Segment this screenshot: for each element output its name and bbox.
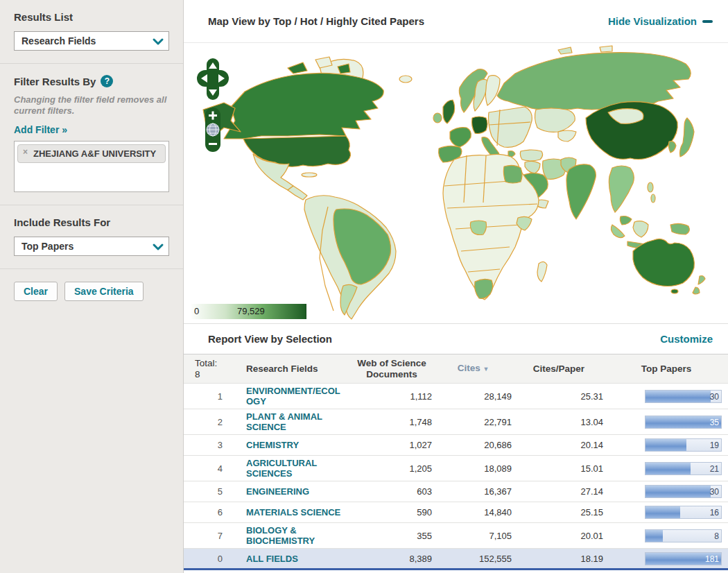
help-icon[interactable]: ? (101, 75, 113, 87)
country[interactable] (288, 62, 307, 74)
country-philippines[interactable] (648, 182, 653, 192)
clear-button[interactable]: Clear (14, 282, 58, 301)
country[interactable] (288, 186, 307, 200)
table-header-row: Total: 8 Research Fields Web of Science … (184, 354, 728, 384)
world-map[interactable] (184, 43, 728, 323)
zoom-control[interactable] (205, 107, 221, 153)
table-row[interactable]: 3 CHEMISTRY 1,027 20,686 20.14 19 (184, 435, 728, 456)
field-link[interactable]: BIOLOGY & BIOCHEMISTRY (246, 525, 315, 546)
top-papers-value: 181 (705, 554, 719, 564)
country-indonesia[interactable] (611, 225, 625, 238)
save-criteria-button[interactable]: Save Criteria (64, 282, 144, 301)
country[interactable] (600, 46, 612, 52)
field-link[interactable]: MATERIALS SCIENCE (246, 507, 340, 518)
row-rank: 0 (184, 549, 232, 570)
remove-filter-icon[interactable]: × (23, 147, 28, 157)
top-papers-value: 19 (710, 441, 719, 450)
country-egypt[interactable] (503, 165, 522, 183)
country-nigeria[interactable] (470, 221, 486, 235)
add-filter-link[interactable]: Add Filter » (14, 124, 67, 135)
field-link[interactable]: PLANT & ANIMAL SCIENCE (246, 411, 322, 432)
country-japan[interactable] (680, 118, 695, 157)
country-ireland[interactable] (433, 113, 442, 123)
table-row[interactable]: 4 AGRICULTURAL SCIENCES 1,205 18,089 15.… (184, 456, 728, 481)
top-papers-value: 30 (710, 392, 719, 402)
field-link[interactable]: AGRICULTURAL SCIENCES (246, 458, 317, 479)
field-link[interactable]: ALL FIELDS (246, 554, 298, 564)
country-australia[interactable] (633, 239, 694, 286)
map-view-title: Map View by Top / Hot / Highly Cited Pap… (208, 15, 424, 27)
country-united-kingdom[interactable] (443, 100, 455, 123)
table-row[interactable]: 0 ALL FIELDS 8,389 152,555 18.19 181 (184, 549, 728, 570)
column-header-cites-sorted[interactable]: Cites ▼ (433, 354, 513, 384)
row-docs: 1,112 (350, 384, 433, 409)
country-malaysia[interactable] (620, 216, 632, 225)
country[interactable] (609, 166, 634, 212)
pan-control[interactable] (196, 57, 229, 101)
country-australia-tasmania[interactable] (671, 289, 678, 293)
country[interactable] (489, 107, 532, 147)
country-iceland[interactable] (399, 76, 412, 83)
table-row[interactable]: 7 BIOLOGY & BIOCHEMISTRY 355 7,105 20.01… (184, 523, 728, 549)
field-link[interactable]: ENGINEERING (246, 486, 309, 497)
country-new-zealand[interactable] (698, 276, 705, 285)
country-france[interactable] (450, 128, 471, 147)
country-germany[interactable] (472, 117, 488, 134)
row-cites-per-paper: 15.01 (513, 456, 605, 481)
filter-heading: Filter Results By (14, 76, 96, 87)
results-list-section: Results List Research Fields (0, 0, 183, 64)
country-south-africa[interactable] (475, 279, 493, 298)
country-finland[interactable] (485, 76, 500, 105)
top-papers-bar: 30 (645, 390, 722, 403)
country[interactable] (558, 130, 576, 142)
country-cuba[interactable] (302, 173, 317, 177)
collapse-minus-icon (702, 20, 713, 23)
map-area: 0 79,529 (184, 43, 728, 323)
esi-results-page: Results List Research Fields Filter Resu… (0, 0, 728, 573)
sort-descending-icon: ▼ (483, 366, 489, 373)
active-filters-box: × ZHEJIANG A&F UNIVERSITY (14, 141, 169, 192)
country-india[interactable] (566, 164, 596, 219)
country[interactable] (558, 47, 572, 54)
top-papers-value: 8 (714, 531, 719, 541)
include-results-dropdown[interactable]: Top Papers (14, 237, 169, 256)
country-kazakhstan[interactable] (535, 108, 575, 132)
filter-tag-zhejiang-af-university[interactable]: × ZHEJIANG A&F UNIVERSITY (17, 144, 166, 163)
row-cites: 20,686 (433, 435, 513, 456)
results-list-dropdown[interactable]: Research Fields (14, 31, 169, 51)
row-cites: 22,791 (433, 409, 513, 435)
country-philippines[interactable] (651, 194, 655, 203)
row-docs: 1,027 (350, 435, 433, 456)
country-russia[interactable] (497, 53, 691, 110)
top-papers-bar: 30 (645, 485, 722, 498)
globe-reset-icon (207, 123, 219, 136)
customize-link[interactable]: Customize (660, 333, 713, 345)
column-header-top-papers[interactable]: Top Papers (605, 354, 728, 384)
row-cites: 16,367 (433, 481, 513, 502)
include-results-section: Include Results For Top Papers (0, 205, 183, 269)
table-row[interactable]: 5 ENGINEERING 603 16,367 27.14 30 (184, 481, 728, 502)
country[interactable] (525, 161, 540, 173)
hide-visualization-link[interactable]: Hide Visualization (608, 15, 713, 27)
top-papers-bar: 181 (645, 552, 722, 565)
include-results-dropdown-value: Top Papers (21, 241, 73, 252)
table-row[interactable]: 2 PLANT & ANIMAL SCIENCE 1,748 22,791 13… (184, 409, 728, 435)
field-link[interactable]: CHEMISTRY (246, 440, 299, 450)
country-south-korea[interactable] (668, 142, 676, 153)
field-link[interactable]: ENVIRONMENT/ECOLOGY (246, 386, 340, 407)
total-count-header: Total: 8 (184, 354, 232, 384)
country-madagascar[interactable] (537, 262, 547, 282)
table-row[interactable]: 1 ENVIRONMENT/ECOLOGY 1,112 28,149 25.31… (184, 384, 728, 409)
row-cites: 14,840 (433, 502, 513, 523)
column-header-wos-documents[interactable]: Web of Science Documents (350, 354, 433, 384)
country-turkey[interactable] (520, 150, 542, 161)
country-indonesia[interactable] (633, 221, 648, 237)
column-header-cites-per-paper[interactable]: Cites/Paper (513, 354, 605, 384)
country-new-zealand[interactable] (693, 287, 700, 294)
table-row[interactable]: 6 MATERIALS SCIENCE 590 14,840 25.15 16 (184, 502, 728, 523)
country-canada[interactable] (224, 73, 383, 139)
top-papers-bar-fill (645, 391, 711, 402)
chevron-down-icon (152, 242, 164, 255)
top-papers-bar-fill (645, 530, 663, 542)
country-papua-new-guinea[interactable] (670, 223, 689, 234)
